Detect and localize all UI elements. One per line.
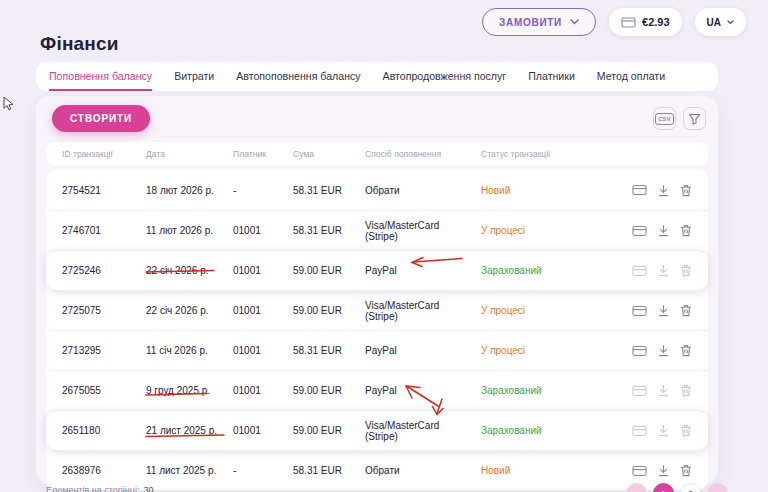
cell-transaction-id: 2746701 xyxy=(46,225,146,236)
card-icon[interactable] xyxy=(632,385,647,397)
pagination-next[interactable]: › xyxy=(707,483,728,492)
table-row[interactable]: 2675055 9 груд 2025 р. 01001 59.00 EUR P… xyxy=(46,370,708,410)
cell-amount: 58.31 EUR xyxy=(293,465,365,476)
download-icon[interactable] xyxy=(657,384,670,397)
card-icon[interactable] xyxy=(632,345,647,357)
status-badge: Зарахований xyxy=(481,265,604,276)
cell-method: PayPal xyxy=(365,265,481,276)
table-row[interactable]: 2754521 18 лют 2026 р. - 58.31 EUR Обрат… xyxy=(46,170,708,210)
trash-icon[interactable] xyxy=(680,344,692,357)
tab-auto-renewal[interactable]: Автопродовження послуг xyxy=(383,62,507,91)
col-payer: Платник xyxy=(233,149,293,159)
order-button[interactable]: ЗАМОВИТИ xyxy=(482,8,596,36)
table-row[interactable]: 2713295 11 січ 2026 р. 01001 58.31 EUR P… xyxy=(46,330,708,370)
filter-button[interactable] xyxy=(683,107,706,130)
language-selector[interactable]: UA xyxy=(695,8,746,36)
cell-transaction-id: 2725075 xyxy=(46,305,146,316)
download-icon[interactable] xyxy=(657,464,670,477)
status-badge: У процесі xyxy=(481,345,604,356)
download-icon[interactable] xyxy=(657,184,670,197)
table-row[interactable]: 2725246 22 січ 2026 р. 01001 59.00 EUR P… xyxy=(46,250,708,290)
cell-transaction-id: 2651180 xyxy=(46,425,146,436)
tab-payers[interactable]: Платники xyxy=(528,62,575,91)
cell-amount: 58.31 EUR xyxy=(293,185,365,196)
cell-transaction-id: 2754521 xyxy=(46,185,146,196)
page-title: Фінанси xyxy=(40,33,119,55)
csv-export-button[interactable]: CSV xyxy=(653,107,676,130)
trash-icon[interactable] xyxy=(680,224,692,237)
status-badge: Новий xyxy=(481,465,604,476)
filter-icon xyxy=(688,113,701,125)
cell-transaction-id: 2638976 xyxy=(46,465,146,476)
download-icon[interactable] xyxy=(657,264,670,277)
tab-payment-method[interactable]: Метод оплати xyxy=(597,62,665,91)
cell-method: PayPal xyxy=(365,385,481,396)
trash-icon[interactable] xyxy=(680,184,692,197)
download-icon[interactable] xyxy=(657,344,670,357)
tab-balance-topup[interactable]: Поповнення балансу xyxy=(49,62,152,91)
download-icon[interactable] xyxy=(657,304,670,317)
card-icon[interactable] xyxy=(632,305,647,317)
cell-amount: 58.31 EUR xyxy=(293,225,365,236)
card-icon[interactable] xyxy=(632,225,647,237)
table-row[interactable]: 2638976 11 лист 2025 р. - 58.31 EUR Обра… xyxy=(46,450,708,490)
card-icon[interactable] xyxy=(632,265,647,277)
table-body: 2754521 18 лют 2026 р. - 58.31 EUR Обрат… xyxy=(46,170,708,490)
cell-payer: 01001 xyxy=(233,265,293,276)
card-icon[interactable] xyxy=(632,425,647,437)
col-amount: Сума xyxy=(293,149,365,159)
row-actions xyxy=(604,224,708,237)
toolbar-icons: CSV xyxy=(653,107,706,130)
tab-bar: Поповнення балансу Витрати Автопоповненн… xyxy=(36,62,718,91)
create-button[interactable]: СТВОРИТИ xyxy=(52,105,150,132)
content-card: СТВОРИТИ CSV ID транзакції Дата Платник … xyxy=(36,96,718,484)
trash-icon[interactable] xyxy=(680,464,692,477)
table-row[interactable]: 2651180 21 лист 2025 р. 01001 59.00 EUR … xyxy=(46,410,708,450)
tab-auto-topup[interactable]: Автопоповнення балансу xyxy=(236,62,360,91)
col-method: Спосіб поповнення xyxy=(365,149,481,159)
col-status: Статус транзакції xyxy=(481,149,604,159)
table-row[interactable]: 2725075 22 січ 2026 р. 01001 59.00 EUR V… xyxy=(46,290,708,330)
row-actions xyxy=(604,424,708,437)
pagination-prev[interactable]: ‹ xyxy=(626,483,647,492)
cell-date: 11 лист 2025 р. xyxy=(146,465,233,476)
download-icon[interactable] xyxy=(657,224,670,237)
cell-payer: 01001 xyxy=(233,385,293,396)
cell-amount: 59.00 EUR xyxy=(293,385,365,396)
balance-pill[interactable]: €2.93 xyxy=(609,8,682,36)
col-transaction-id: ID транзакції xyxy=(46,149,146,159)
cell-date: 22 січ 2026 р. xyxy=(146,265,233,276)
cell-method-choose[interactable]: Обрати xyxy=(365,185,481,196)
items-per-page-select[interactable]: 30 xyxy=(143,485,153,492)
pagination-page-2[interactable]: 2 xyxy=(680,483,701,492)
col-date: Дата xyxy=(146,149,233,159)
pagination-page-1[interactable]: 1 xyxy=(653,483,674,492)
cell-method: Visa/MasterCard (Stripe) xyxy=(365,420,481,442)
row-actions xyxy=(604,264,708,277)
row-actions xyxy=(604,464,708,477)
order-button-label: ЗАМОВИТИ xyxy=(499,17,562,28)
trash-icon[interactable] xyxy=(680,264,692,277)
cell-date: 22 січ 2026 р. xyxy=(146,305,233,316)
pagination: ‹ 1 2 › xyxy=(626,483,728,492)
row-actions xyxy=(604,184,708,197)
cell-transaction-id: 2713295 xyxy=(46,345,146,356)
trash-icon[interactable] xyxy=(680,424,692,437)
status-badge: У процесі xyxy=(481,305,604,316)
language-value: UA xyxy=(707,17,721,28)
tab-expenses[interactable]: Витрати xyxy=(174,62,214,91)
cell-date: 21 лист 2025 р. xyxy=(146,425,233,436)
cell-method: Visa/MasterCard (Stripe) xyxy=(365,300,481,322)
trash-icon[interactable] xyxy=(680,384,692,397)
card-icon[interactable] xyxy=(632,184,647,196)
table-row[interactable]: 2746701 11 лют 2026 р. 01001 58.31 EUR V… xyxy=(46,210,708,250)
status-badge: У процесі xyxy=(481,225,604,236)
trash-icon[interactable] xyxy=(680,304,692,317)
cell-payer: 01001 xyxy=(233,225,293,236)
cell-method-choose[interactable]: Обрати xyxy=(365,465,481,476)
card-icon[interactable] xyxy=(632,465,647,477)
download-icon[interactable] xyxy=(657,424,670,437)
row-actions xyxy=(604,304,708,317)
row-actions xyxy=(604,344,708,357)
chevron-down-icon xyxy=(727,20,734,25)
